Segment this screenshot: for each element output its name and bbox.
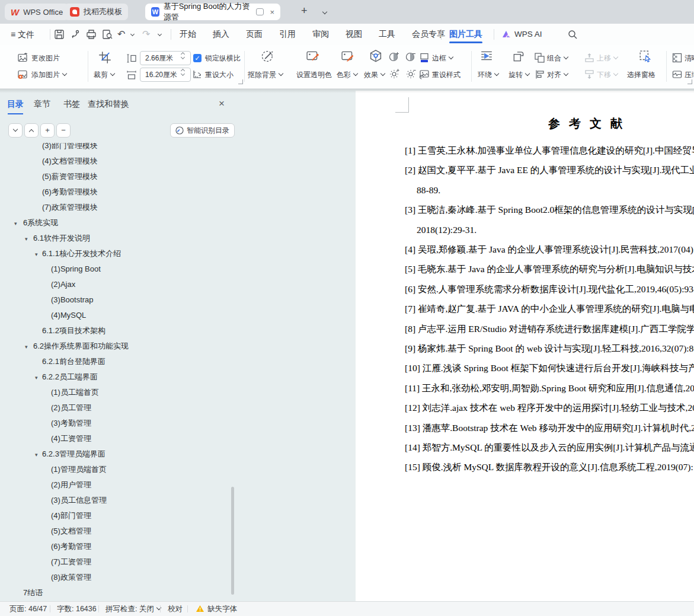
undo-caret-icon[interactable] (128, 24, 134, 45)
brightness-increase-icon[interactable] (389, 68, 400, 79)
crop-button[interactable]: 裁剪 (94, 68, 114, 82)
toc-item[interactable]: ▾ (1)Spring Boot (5, 261, 232, 277)
proofread-button[interactable]: 校对 (168, 602, 183, 616)
border-button[interactable]: 边框 (432, 51, 453, 65)
menu-item[interactable]: 引用 (279, 29, 296, 40)
picture-width-input[interactable]: 16.20厘米 (140, 68, 191, 82)
group-button[interactable]: 组合 (547, 51, 568, 65)
toc-item[interactable]: ▾ (6)考勤管理模块 (5, 184, 232, 200)
collapse-arrow-icon[interactable]: ▾ (25, 339, 28, 355)
change-picture-button[interactable]: 更改图片 (31, 51, 60, 65)
toc-expand-down-button[interactable] (8, 123, 23, 138)
toc-item[interactable]: ▾ (2)用户管理 (5, 477, 232, 493)
tab-list-caret-icon[interactable] (320, 6, 327, 18)
toc-item[interactable]: ▾ (5)薪资管理模块 (5, 169, 232, 184)
color-button[interactable]: 色彩 (337, 68, 357, 82)
toc-item[interactable]: ▾ (4)部门管理 (5, 508, 232, 524)
lock-aspect-checkbox[interactable]: ✓ (193, 54, 202, 62)
toc-item[interactable]: ▾ (3)考勤管理 (5, 416, 232, 431)
close-sidebar-icon[interactable]: × (219, 97, 225, 111)
menu-item[interactable]: 审阅 (312, 29, 329, 40)
toc-item[interactable]: ▾ (4)工资管理 (5, 431, 232, 446)
collapse-arrow-icon[interactable]: ▾ (35, 247, 38, 262)
toc-item[interactable]: ▾ 6.1软件开发说明 (5, 231, 232, 246)
selection-pane-button[interactable]: 选择窗格 (627, 68, 655, 82)
toc-item[interactable]: ▾ (2)Ajax (5, 277, 232, 292)
print-icon[interactable] (85, 28, 97, 40)
toc-item[interactable]: ▾ (2)员工管理 (5, 400, 232, 416)
new-tab-button[interactable]: + (301, 5, 308, 17)
print-preview-icon[interactable] (101, 28, 113, 40)
toc-item[interactable]: ▾ (1)管理员端首页 (5, 462, 232, 477)
close-tab-icon[interactable]: × (270, 8, 274, 17)
redo-icon[interactable]: ↷ (142, 24, 150, 45)
smart-toc-button[interactable]: 智能识别目录 (170, 123, 235, 138)
menu-item[interactable]: 插入 (213, 29, 229, 40)
menu-item[interactable]: 页面 (246, 29, 263, 40)
toc-item[interactable]: ▾ (3)Bootstrap (5, 292, 232, 308)
undo-icon[interactable]: ↶ (117, 24, 125, 45)
file-menu[interactable]: ≡ 文件 (11, 24, 34, 45)
wps-ai-label[interactable]: WPS AI (514, 24, 542, 45)
toc-item[interactable]: ▾ 6.1.1核心开发技术介绍 (5, 246, 232, 261)
wrap-button[interactable]: 环绕 (478, 68, 498, 82)
toc-item[interactable]: ▾ (7)政策管理模块 (5, 200, 232, 215)
spellcheck-status[interactable]: 拼写检查: 关闭 (105, 602, 161, 616)
sharpen-button[interactable]: 清晰化 (685, 51, 694, 65)
toc-collapse-up-button[interactable] (24, 123, 39, 138)
search-icon[interactable] (568, 30, 580, 42)
save-icon[interactable] (53, 28, 65, 40)
rotate-button[interactable]: 旋转 (508, 68, 529, 82)
menu-item[interactable]: 开始 (180, 29, 196, 40)
toc-item[interactable]: ▾ 6.2操作系统界面和功能实现 (5, 339, 232, 354)
toc-item[interactable]: ▾ 6.2.1前台登陆界面 (5, 354, 232, 369)
toc-item[interactable]: ▾ (8)政策管理 (5, 570, 232, 585)
sidebar-scrollbar-thumb[interactable] (231, 487, 234, 595)
toc-item[interactable]: ▾ 6系统实现 (5, 215, 232, 231)
sidebar-tab[interactable]: 书签 (63, 97, 80, 111)
toc-item[interactable]: ▾ 6.2.2员工端界面 (5, 369, 232, 385)
contrast-increase-icon[interactable] (389, 51, 400, 62)
brightness-decrease-icon[interactable] (406, 68, 417, 79)
set-transparent-button[interactable]: 设置透明色 (296, 68, 332, 82)
contrast-decrease-icon[interactable] (405, 51, 417, 62)
menu-item[interactable]: 工具 (379, 29, 395, 40)
collapse-arrow-icon[interactable]: ▾ (14, 216, 17, 231)
toc-item[interactable]: ▾ (1)员工端首页 (5, 385, 232, 400)
reset-size-button[interactable]: 重设大小 (205, 68, 234, 82)
toc-item[interactable]: ▾ (3)部门管理模块 (5, 143, 232, 154)
toc-item[interactable]: ▾ (4)文档管理模块 (5, 154, 232, 169)
toc-item[interactable]: ▾ (6)考勤管理 (5, 539, 232, 554)
menu-item[interactable]: 视图 (346, 29, 362, 40)
redo-caret-icon[interactable] (155, 24, 161, 45)
effects-button[interactable]: 效果 (364, 68, 385, 82)
sidebar-tab[interactable]: 章节 (34, 97, 50, 111)
menu-item[interactable]: 会员专享 (412, 29, 445, 40)
toc-zoom-out-button[interactable]: − (56, 123, 71, 138)
add-picture-button[interactable]: 添加图片 (31, 68, 66, 82)
align-button[interactable]: 对齐 (547, 68, 568, 82)
height-spinner[interactable] (181, 53, 187, 59)
toc-item[interactable]: ▾ 6.2.3管理员端界面 (5, 446, 232, 462)
width-spinner[interactable] (181, 69, 187, 75)
tab-docer-templates[interactable]: 找稻壳模板 (64, 4, 128, 20)
toc-item[interactable]: ▾ (4)MySQL (5, 308, 232, 323)
reset-style-button[interactable]: 重设样式 (432, 68, 460, 82)
tab-wps-home[interactable]: W WPS Office (5, 4, 69, 20)
word-count-status[interactable]: 字数: 16436 (57, 602, 97, 616)
group-expand-icon[interactable] (687, 79, 692, 84)
menu-item-picture-tools[interactable]: 图片工具 (449, 24, 482, 45)
collapse-arrow-icon[interactable]: ▾ (25, 231, 28, 247)
toc-zoom-in-button[interactable]: + (40, 123, 55, 138)
document-page[interactable]: 参 考 文 献 [1] 王雪英,王永林.加强事业单位人事管理信息化建设的研究[J… (356, 91, 694, 602)
sidebar-tab[interactable]: 目录 (7, 97, 24, 111)
sidebar-tab[interactable]: 查找和替换 (88, 97, 129, 111)
tab-document[interactable]: W 基于Spring Boot的人力资源管 × (145, 4, 280, 20)
remove-background-button[interactable]: 抠除背景 (248, 68, 283, 82)
group-expand-icon[interactable] (238, 79, 243, 84)
toc-item[interactable]: ▾ (3)员工信息管理 (5, 493, 232, 508)
toc-item[interactable]: ▾ 6.1.2项目技术架构 (5, 323, 232, 339)
missing-font-status[interactable]: 缺失字体 (207, 602, 237, 616)
collapse-arrow-icon[interactable]: ▾ (35, 370, 38, 385)
share-icon[interactable] (69, 28, 81, 40)
